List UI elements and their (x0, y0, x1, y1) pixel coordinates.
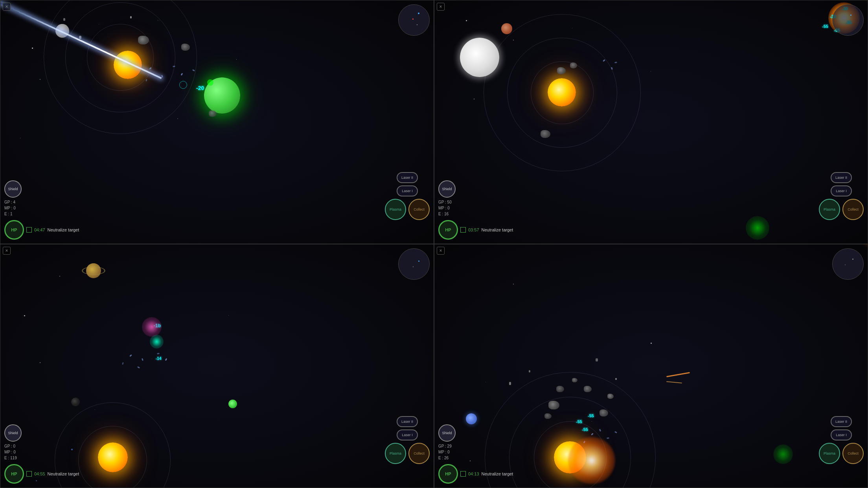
stats-q3: GP : 0 MP : 0 E : 119 (4, 443, 79, 461)
quadrant-bottom-right: × -55 -5 (434, 244, 868, 488)
timer-q1: 04:47 (34, 227, 45, 232)
asteroid-q4-4 (544, 413, 552, 419)
debris-q1-3 (130, 16, 132, 18)
hp-circle-q4: HP (438, 464, 458, 484)
asteroid-q2-1 (557, 67, 566, 74)
timer-box-q3 (26, 471, 32, 477)
laser1-button-q2[interactable]: Laser I (831, 185, 852, 196)
laser2-button-q4[interactable]: Laser II (831, 416, 852, 427)
asteroid-q4-1 (548, 401, 559, 409)
asteroid-q2-2 (570, 62, 577, 68)
shield-button-q4[interactable]: Shield (438, 424, 456, 442)
plasma-effect-q4 (773, 444, 793, 464)
planet-q3-1 (71, 398, 80, 406)
ship-num-q3: -14 (156, 356, 161, 361)
timer-q4: 04:13 (468, 471, 479, 476)
stats-q1: GP : 4 MP : 0 E : 1 (4, 199, 79, 217)
moon-q2 (460, 38, 499, 77)
hud-right-q3: Laser II Laser I Plasma Collect (385, 416, 430, 464)
hud-right-q2: Laser II Laser I Plasma Collect (819, 172, 864, 220)
stats-q2: GP : 50 MP : 0 E : 16 (438, 199, 513, 217)
timer-box-q4 (460, 471, 466, 477)
asteroid-q4-6 (572, 378, 577, 382)
game-grid: × -20 (0, 0, 868, 488)
minimap-q1 (398, 4, 430, 36)
collect-button-q4[interactable]: Collect (842, 443, 864, 464)
hud-right-q4: Laser II Laser I Plasma Collect (819, 416, 864, 464)
small-asteroid-q4-3 (596, 358, 598, 361)
objective-q2: Neutralize target (482, 227, 513, 232)
laser1-button-q4[interactable]: Laser I (831, 429, 852, 440)
laser1-button-q1[interactable]: Laser I (397, 185, 418, 196)
hud-left-q4: Shield GP : 29 MP : 0 E : 26 HP 04:13 Ne… (438, 424, 513, 484)
plasma-button-q1[interactable]: Plasma (385, 199, 406, 220)
asteroid-q4-2 (600, 409, 608, 416)
asteroid-q4-5 (607, 394, 614, 399)
shield-button-q3[interactable]: Shield (4, 424, 22, 442)
hud-left-q3: Shield GP : 0 MP : 0 E : 119 HP 04:55 Ne… (4, 424, 79, 484)
asteroid-q2-3 (541, 130, 550, 138)
asteroid-q1-2 (181, 44, 190, 51)
minimap-q4 (832, 248, 864, 280)
damage-num-q1: -20 (196, 85, 204, 91)
plasma-button-q2[interactable]: Plasma (819, 199, 840, 220)
shield-button-q1[interactable]: Shield (4, 180, 22, 198)
timer-box-q1 (26, 227, 32, 233)
collect-button-q1[interactable]: Collect (408, 199, 430, 220)
minimap-q2 (832, 4, 864, 36)
timer-q2: 03:57 (468, 227, 479, 232)
close-button-q1[interactable]: × (3, 3, 11, 11)
objective-q3: Neutralize target (48, 471, 79, 476)
hp-circle-q2: HP (438, 220, 458, 240)
sun-q1 (114, 51, 142, 79)
hud-left-q2: Shield GP : 50 MP : 0 E : 16 HP 03:57 Ne… (438, 180, 513, 240)
ringed-planet-q3 (86, 263, 101, 278)
asteroid-q1-1 (138, 36, 149, 44)
objective-q1: Neutralize target (48, 227, 79, 232)
battle-explosion-q4 (568, 437, 615, 484)
player-indicator-q1 (179, 81, 187, 89)
debris-q1-2 (63, 18, 65, 21)
laser1-button-q3[interactable]: Laser I (397, 429, 418, 440)
stats-q4: GP : 29 MP : 0 E : 26 (438, 443, 513, 461)
collect-button-q3[interactable]: Collect (408, 443, 430, 464)
hp-circle-q3: HP (4, 464, 24, 484)
plasma-button-q3[interactable]: Plasma (385, 443, 406, 464)
shield-button-q2[interactable]: Shield (438, 180, 456, 198)
laser2-button-q1[interactable]: Laser II (397, 172, 418, 183)
objective-q4: Neutralize target (482, 471, 513, 476)
debris-q1 (79, 36, 81, 39)
small-green-planet-q3 (228, 400, 237, 408)
laser2-button-q2[interactable]: Laser II (831, 172, 852, 183)
hud-left-q1: Shield GP : 4 MP : 0 E : 1 HP 04:47 Neut… (4, 180, 79, 240)
asteroid-q1-3 (209, 110, 217, 117)
plasma-effect-q2 (746, 216, 769, 240)
quadrant-bottom-left: × -1b (0, 244, 434, 488)
small-asteroid-q4-1 (509, 382, 511, 385)
plasma-button-q4[interactable]: Plasma (819, 443, 840, 464)
quadrant-top-right: × -30 -20 -55 -55 -55 (434, 0, 868, 244)
small-asteroid-q4-4 (615, 378, 617, 380)
hp-circle-q1: HP (4, 220, 24, 240)
planet-q2-1 (501, 23, 512, 34)
timer-q3: 04:55 (34, 471, 45, 476)
small-asteroid-q4-2 (529, 370, 530, 372)
asteroid-q4-3 (584, 386, 592, 392)
blue-planet-q4 (466, 413, 477, 424)
sun-q2 (548, 78, 576, 106)
collect-button-q2[interactable]: Collect (842, 199, 864, 220)
close-button-q2[interactable]: × (437, 3, 445, 11)
hud-right-q1: Laser II Laser I Plasma Collect (385, 172, 430, 220)
asteroid-q4-7 (556, 386, 564, 392)
timer-box-q2 (460, 227, 466, 233)
close-button-q4[interactable]: × (437, 247, 445, 255)
minimap-q3 (398, 248, 430, 280)
sun-q3 (98, 442, 128, 472)
close-button-q3[interactable]: × (3, 247, 11, 255)
laser2-button-q3[interactable]: Laser II (397, 416, 418, 427)
green-planet-q1 (204, 77, 240, 114)
quadrant-top-left: × -20 (0, 0, 434, 244)
